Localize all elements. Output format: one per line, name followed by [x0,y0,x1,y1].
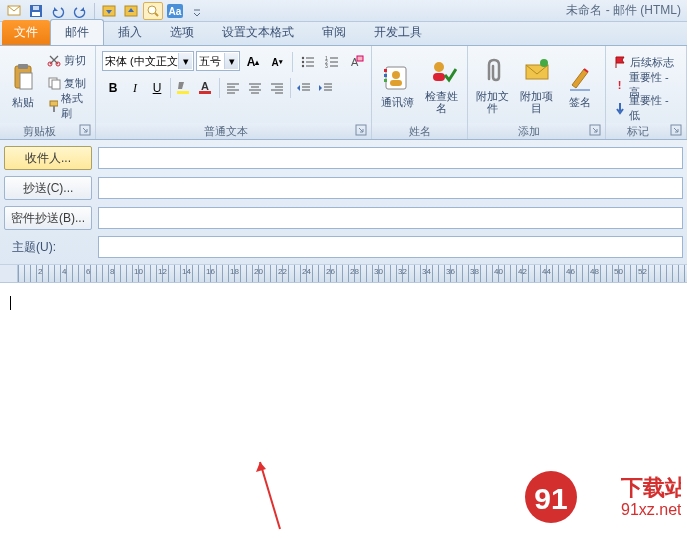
ruler-number: 48 [590,267,599,276]
ruler-number: 42 [518,267,527,276]
to-button[interactable]: 收件人... [4,146,92,170]
tab-file[interactable]: 文件 [2,20,50,45]
group-tags: 后续标志 !重要性 - 高 重要性 - 低 标记 [606,46,687,139]
qat-separator [94,3,95,19]
svg-point-21 [302,57,304,59]
address-book-button[interactable]: 通讯簿 [376,49,419,120]
find-icon[interactable] [143,2,163,20]
cc-button[interactable]: 抄送(C)... [4,176,92,200]
tab-review[interactable]: 审阅 [308,20,360,45]
increase-indent-button[interactable] [315,77,337,99]
svg-point-23 [302,61,304,63]
check-names-button[interactable]: 检查姓名 [421,49,464,120]
chevron-down-icon: ▾ [224,53,238,69]
ruler-number: 32 [398,267,407,276]
cc-input[interactable] [98,177,683,199]
qat-customize-dropdown[interactable] [187,2,207,20]
cut-button[interactable]: 剪切 [44,49,91,71]
group-title-basic-text: 普通文本 [96,123,371,139]
svg-point-63 [434,62,444,72]
bullets-button[interactable] [297,51,319,73]
svg-rect-17 [52,80,60,89]
ruler-number: 6 [86,267,90,276]
to-input[interactable] [98,147,683,169]
group-clipboard: 粘贴 剪切 复制 格式刷 剪贴板 [0,46,96,139]
decrease-indent-button[interactable] [293,77,315,99]
svg-rect-62 [384,79,387,82]
ruler-number: 26 [326,267,335,276]
group-title-tags: 标记 [606,123,686,139]
tab-developer[interactable]: 开发工具 [360,20,436,45]
grow-font-button[interactable]: A▴ [242,51,264,73]
qat-previous-item-icon[interactable] [99,2,119,20]
ruler-corner [0,265,18,283]
message-body[interactable] [0,283,687,513]
tab-format-text[interactable]: 设置文本格式 [208,20,308,45]
svg-rect-59 [390,80,402,86]
font-size-select[interactable]: 五号▾ [196,51,240,71]
low-importance-button[interactable]: 重要性 - 低 [610,97,682,119]
shrink-font-button[interactable]: A▾ [266,51,288,73]
attach-item-label: 附加项目 [518,90,556,114]
svg-line-7 [155,13,158,16]
tab-mail[interactable]: 邮件 [50,19,104,45]
dialog-launcher-icon[interactable] [79,124,93,138]
group-title-names: 姓名 [372,123,467,139]
italic-button[interactable]: I [124,77,146,99]
attach-item-icon [521,56,553,88]
dialog-launcher-icon[interactable] [589,124,603,138]
ruler-number: 24 [302,267,311,276]
address-book-label: 通讯簿 [381,96,414,108]
chevron-down-icon: ▾ [178,53,192,69]
highlight-color-button[interactable] [173,77,195,99]
dialog-launcher-icon[interactable] [670,124,684,138]
ribbon: 粘贴 剪切 复制 格式刷 剪贴板 宋体 (中文正文▾ 五号▾ A▴ A▾ 123 [0,46,687,140]
qat-app-icon[interactable] [4,2,24,20]
bcc-button[interactable]: 密件抄送(B)... [4,206,92,230]
qat-undo-icon[interactable] [48,2,68,20]
ruler-number: 4 [62,267,66,276]
subject-input[interactable] [98,236,683,258]
svg-text:3: 3 [325,63,328,69]
ruler-number: 30 [374,267,383,276]
qat-save-icon[interactable] [26,2,46,20]
attach-file-label: 附加文件 [474,90,512,114]
attach-file-button[interactable]: 附加文件 [472,49,514,120]
ruler-number: 38 [470,267,479,276]
ruler-number: 44 [542,267,551,276]
signature-icon [564,62,596,94]
window-title: 未命名 - 邮件 (HTML) [566,2,681,19]
bold-button[interactable]: B [102,77,124,99]
bcc-input[interactable] [98,207,683,229]
copy-icon [47,76,61,90]
svg-rect-37 [199,91,211,94]
font-color-button[interactable]: A [195,77,217,99]
dialog-launcher-icon[interactable] [355,124,369,138]
tab-options[interactable]: 选项 [156,20,208,45]
svg-rect-34 [357,56,363,61]
numbering-button[interactable]: 123 [321,51,343,73]
ruler-scale[interactable]: 2468101214161820222426283032343638404244… [18,265,687,283]
ruler-number: 18 [230,267,239,276]
paste-button[interactable]: 粘贴 [4,49,42,120]
clear-formatting-button[interactable]: A [345,51,367,73]
text-highlight-icon[interactable]: Aa [165,2,185,20]
underline-button[interactable]: U [146,77,168,99]
svg-text:A: A [201,80,209,92]
qat-next-item-icon[interactable] [121,2,141,20]
align-center-button[interactable] [244,77,266,99]
ruler-number: 22 [278,267,287,276]
brush-icon [47,99,58,113]
signature-button[interactable]: 签名 [559,49,601,120]
qat-redo-icon[interactable] [70,2,90,20]
font-name-select[interactable]: 宋体 (中文正文▾ [102,51,194,71]
ribbon-tabs: 文件 邮件 插入 选项 设置文本格式 审阅 开发工具 [0,22,687,46]
attach-item-button[interactable]: 附加项目 [516,49,558,120]
format-painter-button[interactable]: 格式刷 [44,95,91,117]
svg-rect-3 [33,6,39,10]
paperclip-icon [477,56,509,88]
tab-insert[interactable]: 插入 [104,20,156,45]
align-right-button[interactable] [266,77,288,99]
align-left-button[interactable] [222,77,244,99]
ruler-number: 12 [158,267,167,276]
